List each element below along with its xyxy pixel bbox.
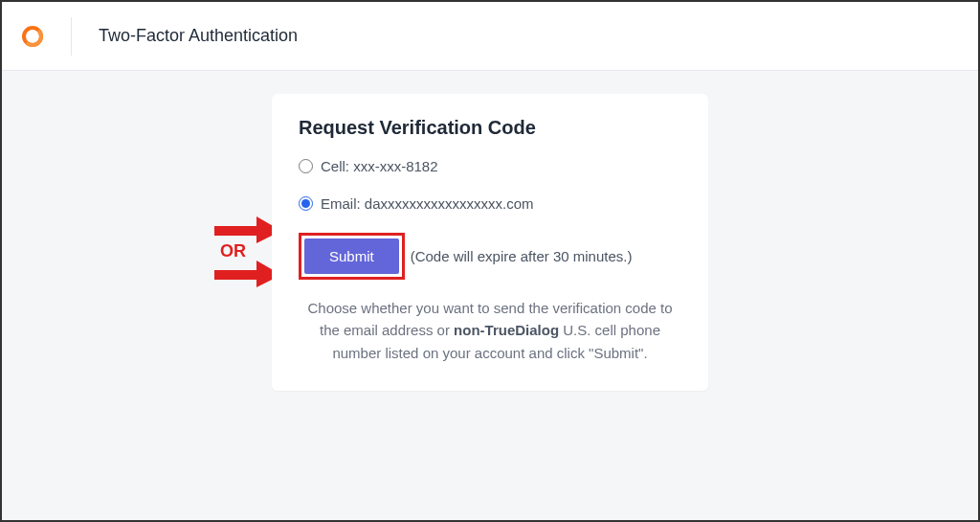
expire-text: (Code will expire after 30 minutes.) [411,248,633,264]
radio-email-input[interactable] [299,196,313,211]
page-title: Two-Factor Authentication [99,26,298,46]
svg-rect-4 [214,270,256,280]
submit-highlight-annotation: Submit [299,233,405,280]
radio-cell-label[interactable]: Cell: xxx-xxx-8182 [321,158,438,174]
helper-text-bold: non-TrueDialog [454,322,559,338]
verification-card: Request Verification Code Cell: xxx-xxx-… [272,94,708,391]
submit-row: Submit (Code will expire after 30 minute… [299,233,681,280]
submit-button[interactable]: Submit [304,238,399,274]
card-title: Request Verification Code [299,117,681,139]
radio-option-email[interactable]: Email: daxxxxxxxxxxxxxxxxx.com [299,195,681,212]
radio-option-cell[interactable]: Cell: xxx-xxx-8182 [299,158,681,174]
verification-method-group: Cell: xxx-xxx-8182 Email: daxxxxxxxxxxxx… [299,158,681,212]
main-content: OR Request Verification Code Cell: xxx-x… [2,71,978,391]
radio-email-label[interactable]: Email: daxxxxxxxxxxxxxxxxx.com [321,195,534,212]
radio-cell-input[interactable] [299,159,313,173]
header: Two-Factor Authentication [2,2,978,71]
helper-text: Choose whether you want to send the veri… [299,297,681,364]
annotation-or-label: OR [220,241,246,261]
brand-logo-icon [21,25,44,48]
svg-rect-2 [214,226,256,236]
header-divider [71,17,72,56]
